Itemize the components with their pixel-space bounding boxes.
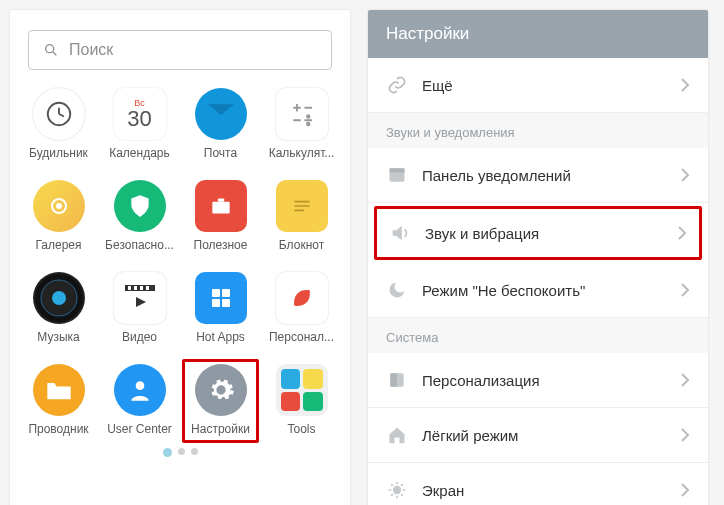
calc-icon xyxy=(276,88,328,140)
row-sound-vibration[interactable]: Звук и вибрация xyxy=(374,206,702,260)
chevron-right-icon xyxy=(680,282,690,298)
section-sounds: Звуки и уведомления xyxy=(368,113,708,148)
panel-icon xyxy=(386,164,408,186)
svg-point-22 xyxy=(52,291,66,305)
chevron-right-icon xyxy=(680,482,690,498)
app-grid: Будильник Вс 30 Календарь Почта Калькуля… xyxy=(18,88,342,438)
svg-rect-28 xyxy=(212,289,220,297)
music-icon xyxy=(33,272,85,324)
brightness-icon xyxy=(386,479,408,501)
app-mail[interactable]: Почта xyxy=(182,88,259,160)
chevron-right-icon xyxy=(680,167,690,183)
app-drawer-screen: Поиск Будильник Вс 30 Календарь Почта xyxy=(10,10,350,505)
chevron-right-icon xyxy=(680,427,690,443)
hotapps-icon xyxy=(195,272,247,324)
app-gallery[interactable]: Галерея xyxy=(20,180,97,252)
chevron-right-icon xyxy=(677,225,687,241)
page-title: Настройки xyxy=(368,10,708,58)
svg-point-37 xyxy=(394,487,401,494)
chevron-right-icon xyxy=(680,77,690,93)
row-dnd[interactable]: Режим "Не беспокоить" xyxy=(368,263,708,318)
app-music[interactable]: Музыка xyxy=(20,272,97,344)
svg-rect-31 xyxy=(222,299,230,307)
app-usercenter[interactable]: User Center xyxy=(101,364,178,438)
svg-rect-25 xyxy=(134,286,137,290)
svg-rect-26 xyxy=(140,286,143,290)
row-more[interactable]: Ещё xyxy=(368,58,708,113)
app-settings[interactable]: Настройки xyxy=(182,359,259,443)
row-personalization[interactable]: Персонализация xyxy=(368,353,708,408)
app-security[interactable]: Безопасно... xyxy=(101,180,178,252)
sound-icon xyxy=(389,222,411,244)
shield-icon xyxy=(114,180,166,232)
svg-line-43 xyxy=(401,494,403,496)
home-icon xyxy=(386,424,408,446)
page-indicator xyxy=(18,448,342,457)
gear-icon xyxy=(195,364,247,416)
gallery-icon xyxy=(33,180,85,232)
svg-line-4 xyxy=(59,114,64,117)
theme-icon xyxy=(386,369,408,391)
search-icon xyxy=(43,42,59,58)
search-input[interactable]: Поиск xyxy=(28,30,332,70)
moon-icon xyxy=(386,279,408,301)
row-display[interactable]: Экран xyxy=(368,463,708,505)
app-calendar[interactable]: Вс 30 Календарь xyxy=(101,88,178,160)
svg-line-42 xyxy=(391,484,393,486)
svg-point-32 xyxy=(135,381,144,390)
tools-folder-icon xyxy=(276,364,328,416)
app-personal[interactable]: Персонал... xyxy=(263,272,340,344)
svg-rect-27 xyxy=(146,286,149,290)
app-useful[interactable]: Полезное xyxy=(182,180,259,252)
row-easy-mode[interactable]: Лёгкий режим xyxy=(368,408,708,463)
briefcase-icon xyxy=(195,180,247,232)
link-icon xyxy=(386,74,408,96)
section-system: Система xyxy=(368,318,708,353)
svg-rect-36 xyxy=(390,373,397,386)
user-icon xyxy=(114,364,166,416)
app-tools[interactable]: Tools xyxy=(263,364,340,438)
app-notes[interactable]: Блокнот xyxy=(263,180,340,252)
svg-point-10 xyxy=(307,115,310,118)
search-placeholder: Поиск xyxy=(69,41,113,59)
svg-point-0 xyxy=(46,45,54,53)
video-icon xyxy=(114,272,166,324)
calendar-icon: Вс 30 xyxy=(114,88,166,140)
svg-point-11 xyxy=(307,123,310,126)
chevron-right-icon xyxy=(680,372,690,388)
app-video[interactable]: Видео xyxy=(101,272,178,344)
svg-line-1 xyxy=(53,52,56,55)
svg-point-14 xyxy=(56,203,62,209)
app-explorer[interactable]: Проводник xyxy=(20,364,97,438)
settings-screen: Настройки Ещё Звуки и уведомления Панель… xyxy=(368,10,708,505)
mail-icon xyxy=(195,88,247,140)
svg-rect-16 xyxy=(217,198,224,201)
folder-icon xyxy=(33,364,85,416)
app-alarm[interactable]: Будильник xyxy=(20,88,97,160)
svg-line-44 xyxy=(391,494,393,496)
notes-icon xyxy=(276,180,328,232)
svg-rect-15 xyxy=(212,202,229,214)
svg-line-45 xyxy=(401,484,403,486)
alarm-icon xyxy=(33,88,85,140)
personal-icon xyxy=(276,272,328,324)
app-hotapps[interactable]: Hot Apps xyxy=(182,272,259,344)
svg-rect-30 xyxy=(212,299,220,307)
app-calc[interactable]: Калькулят... xyxy=(263,88,340,160)
row-notification-panel[interactable]: Панель уведомлений xyxy=(368,148,708,203)
svg-rect-34 xyxy=(390,168,405,172)
svg-rect-24 xyxy=(128,286,131,290)
svg-rect-29 xyxy=(222,289,230,297)
